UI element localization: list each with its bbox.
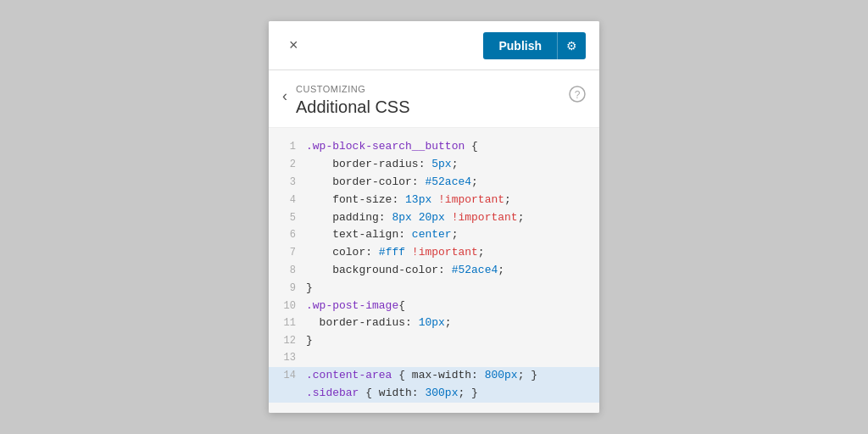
line-number: 13 bbox=[275, 350, 296, 366]
close-button[interactable]: × bbox=[282, 33, 305, 58]
code-line: 3 border-color: #52ace4; bbox=[269, 174, 599, 192]
code-line: 8 background-color: #52ace4; bbox=[269, 262, 599, 280]
line-content: background-color: #52ace4; bbox=[306, 262, 593, 280]
customizer-panel: × Publish ⚙ ‹ Customizing Additional CSS… bbox=[269, 21, 599, 412]
code-line: 14.content-area { max-width: 800px; } bbox=[269, 367, 599, 385]
line-number: 11 bbox=[275, 315, 296, 331]
line-number: 8 bbox=[275, 263, 296, 279]
code-line: 1.wp-block-search__button { bbox=[269, 138, 599, 156]
code-line: 9} bbox=[269, 280, 599, 298]
help-icon: ? bbox=[569, 86, 586, 103]
code-line: 10.wp-post-image{ bbox=[269, 298, 599, 315]
line-content: } bbox=[306, 332, 593, 350]
line-content: .wp-post-image{ bbox=[306, 298, 593, 315]
line-number: 4 bbox=[275, 192, 296, 209]
line-content: padding: 8px 20px !important; bbox=[306, 209, 593, 227]
line-number: 2 bbox=[275, 157, 296, 173]
line-content: border-radius: 10px; bbox=[306, 314, 593, 332]
line-content: .content-area { max-width: 800px; } bbox=[306, 367, 593, 385]
line-content: .wp-block-search__button { bbox=[306, 138, 593, 156]
code-line: 11 border-radius: 10px; bbox=[269, 314, 599, 332]
code-line: 7 color: #fff !important; bbox=[269, 244, 599, 262]
settings-button[interactable]: ⚙ bbox=[557, 32, 586, 59]
section-title-group: Customizing Additional CSS bbox=[296, 84, 569, 117]
back-button[interactable]: ‹ bbox=[282, 87, 296, 105]
code-line: 6 text-align: center; bbox=[269, 226, 599, 244]
code-line: 13 bbox=[269, 350, 599, 367]
line-number: 5 bbox=[275, 210, 296, 226]
code-line: 12} bbox=[269, 332, 599, 350]
line-content: color: #fff !important; bbox=[306, 244, 593, 262]
line-number: 14 bbox=[275, 368, 296, 384]
customizing-label: Customizing bbox=[296, 84, 569, 94]
section-header: ‹ Customizing Additional CSS ? bbox=[269, 70, 599, 128]
code-editor[interactable]: 1.wp-block-search__button {2 border-radi… bbox=[269, 128, 599, 412]
line-content: .sidebar { width: 300px; } bbox=[306, 385, 593, 403]
section-title: Additional CSS bbox=[296, 97, 569, 117]
code-line: 4 font-size: 13px !important; bbox=[269, 192, 599, 209]
svg-text:?: ? bbox=[575, 89, 581, 101]
publish-button[interactable]: Publish bbox=[483, 32, 557, 59]
line-number: 7 bbox=[275, 245, 296, 261]
line-number: 1 bbox=[275, 139, 296, 155]
line-number: 9 bbox=[275, 281, 296, 297]
line-content: border-color: #52ace4; bbox=[306, 174, 593, 192]
publish-group: Publish ⚙ bbox=[483, 32, 586, 59]
line-number: 3 bbox=[275, 175, 296, 191]
line-number: 10 bbox=[275, 298, 296, 314]
line-number: 6 bbox=[275, 227, 296, 243]
top-bar: × Publish ⚙ bbox=[269, 21, 599, 70]
line-content: border-radius: 5px; bbox=[306, 156, 593, 174]
code-line: .sidebar { width: 300px; } bbox=[269, 385, 599, 403]
help-button[interactable]: ? bbox=[569, 86, 586, 107]
line-number: 12 bbox=[275, 333, 296, 349]
code-line: 2 border-radius: 5px; bbox=[269, 156, 599, 174]
line-content: } bbox=[306, 280, 593, 298]
line-content: font-size: 13px !important; bbox=[306, 192, 593, 209]
line-content: text-align: center; bbox=[306, 226, 593, 244]
code-line: 5 padding: 8px 20px !important; bbox=[269, 209, 599, 227]
